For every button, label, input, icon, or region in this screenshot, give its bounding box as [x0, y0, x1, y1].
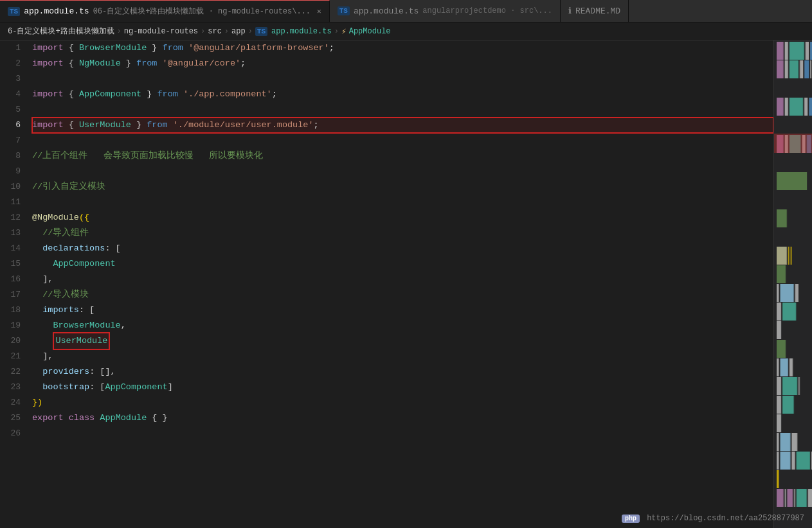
token: BrowserModule	[53, 318, 120, 333]
line-number: 21	[0, 349, 21, 364]
token	[168, 118, 173, 133]
token: UserModule	[79, 118, 131, 133]
line-number: 23	[0, 380, 21, 395]
token: '@angular/platform-browser'	[188, 40, 329, 56]
code-line: ],	[32, 272, 773, 287]
code-line: UserModule	[32, 333, 773, 349]
tab-active-label: app.module.ts	[24, 6, 89, 16]
token: }	[141, 87, 157, 102]
line-number: 22	[0, 364, 21, 380]
line-number: 7	[0, 133, 21, 148]
token: //导入模块	[32, 287, 89, 303]
breadcrumb-sep-2: ›	[224, 27, 229, 36]
breadcrumb-class-icon: ⚡	[341, 26, 347, 37]
token: import	[32, 87, 64, 102]
token: {	[64, 118, 79, 133]
code-line: BrowserModule,	[32, 318, 773, 333]
code-line: import { AppComponent } from './app.comp…	[32, 87, 773, 102]
tab-active-subtitle: 06-自定义模块+路由模块懒加载 · ng-module-routes\...	[93, 6, 311, 17]
token	[183, 40, 188, 56]
watermark: php https://blog.csdn.net/aa2528877987	[622, 514, 804, 523]
tab-active[interactable]: TS app.module.ts 06-自定义模块+路由模块懒加载 · ng-m…	[0, 0, 330, 22]
line-number: 17	[0, 287, 21, 303]
token: @NgModule	[32, 210, 79, 225]
tab-inactive-1-label: app.module.ts	[354, 6, 419, 16]
token: AppComponent	[53, 256, 115, 272]
line-number: 20	[0, 333, 21, 349]
breadcrumb: 6-自定义模块+路由模块懒加载 › ng-module-routes › src…	[0, 22, 812, 40]
token: }	[147, 40, 162, 56]
breadcrumb-filename: app.module.ts	[271, 27, 332, 36]
token: from	[157, 87, 177, 102]
token: AppModule	[100, 410, 147, 426]
token: AppComponent	[79, 87, 141, 102]
token	[157, 56, 162, 71]
token	[32, 303, 42, 318]
ts-icon-inactive-1: TS	[338, 6, 350, 15]
token: {	[64, 56, 79, 71]
line-number: 6	[0, 118, 21, 133]
token: }	[121, 56, 136, 71]
line-number: 14	[0, 241, 21, 256]
tab-inactive-2[interactable]: ℹ README.MD	[561, 0, 629, 22]
breadcrumb-part-0: 6-自定义模块+路由模块懒加载	[8, 26, 114, 37]
line-number: 3	[0, 71, 21, 87]
code-line: //导入模块	[32, 287, 773, 303]
token: export	[32, 410, 64, 426]
token: './app.component'	[183, 87, 272, 102]
token: }	[131, 118, 147, 133]
token: ,	[121, 318, 126, 333]
token	[32, 241, 42, 256]
code-line: export class AppModule { }	[32, 410, 773, 426]
breadcrumb-appmodule: AppModule	[349, 27, 391, 36]
line-number: 15	[0, 256, 21, 272]
token: ;	[314, 118, 319, 133]
breadcrumb-part-1: ng-module-routes	[124, 27, 198, 36]
code-line	[32, 164, 773, 179]
token: ],	[32, 349, 53, 364]
line-number: 18	[0, 303, 21, 318]
token: from	[147, 118, 167, 133]
token: class	[69, 410, 95, 426]
token: from	[163, 40, 183, 56]
line-number: 10	[0, 179, 21, 195]
code-line: //导入组件	[32, 225, 773, 241]
code-line: })	[32, 395, 773, 410]
token: //上百个组件 会导致页面加载比较慢 所以要模块化	[32, 148, 263, 164]
token: './module/user/user.module'	[173, 118, 314, 133]
tab-inactive-1[interactable]: TS app.module.ts angularprojectdemo · sr…	[330, 0, 561, 22]
token	[64, 410, 69, 426]
token	[32, 256, 53, 272]
line-number: 4	[0, 87, 21, 102]
php-logo: php	[622, 515, 640, 523]
code-line	[32, 426, 773, 441]
token: : [	[89, 380, 105, 395]
token	[32, 333, 53, 349]
line-number: 26	[0, 426, 21, 441]
token: (	[79, 210, 84, 225]
breadcrumb-sep-0: ›	[117, 27, 122, 36]
code-line: @NgModule({	[32, 210, 773, 225]
code-line: //引入自定义模块	[32, 179, 773, 195]
token: ],	[32, 272, 53, 287]
token: import	[32, 40, 64, 56]
token: declarations	[42, 241, 105, 256]
breadcrumb-sep-4: ›	[334, 27, 339, 36]
line-number: 24	[0, 395, 21, 410]
token: providers	[42, 364, 89, 380]
code-line: import { BrowserModule } from '@angular/…	[32, 40, 773, 56]
token: //导入组件	[32, 225, 89, 241]
token	[95, 410, 100, 426]
token: bootstrap	[42, 380, 89, 395]
watermark-url: https://blog.csdn.net/aa2528877987	[647, 514, 804, 523]
code-area: 1234567891011121314151617181920212223242…	[0, 40, 812, 528]
code-line: AppComponent	[32, 256, 773, 272]
line-number: 8	[0, 148, 21, 164]
breadcrumb-sep-3: ›	[248, 27, 253, 36]
code-line	[32, 133, 773, 148]
token: import	[32, 56, 64, 71]
breadcrumb-part-3: app	[231, 27, 246, 36]
code-line: providers: [],	[32, 364, 773, 380]
code-line: ],	[32, 349, 773, 364]
tab-active-close[interactable]: ✕	[317, 7, 321, 15]
